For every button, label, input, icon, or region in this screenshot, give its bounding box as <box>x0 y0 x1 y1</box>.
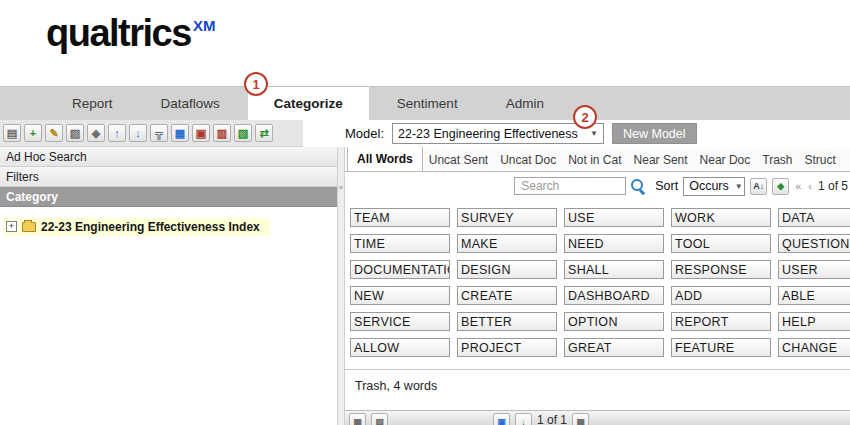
word-item[interactable]: NEW <box>350 286 450 305</box>
filters-label: Filters <box>6 170 39 184</box>
left-toolbar: ▤ + ✎ ▨ ◈ ↑ ↓ ╦ ▦ ▣ ▥ ▧ ⇄ <box>0 120 303 147</box>
word-item[interactable]: DESIGN <box>457 260 557 279</box>
bottom-page-indicator: 1 of 1 <box>537 413 567 425</box>
word-item[interactable]: BETTER <box>457 312 557 331</box>
word-item[interactable]: ABLE <box>778 286 850 305</box>
tab-all-words[interactable]: All Words <box>347 147 423 172</box>
nav-tab-report[interactable]: Report <box>52 87 133 120</box>
category-tree: + 22-23 Engineering Effectiveness Index <box>0 207 337 236</box>
report-icon[interactable]: ▧ <box>234 124 252 142</box>
adhoc-search-section[interactable]: Ad Hoc Search <box>0 147 337 167</box>
nav-tab-dataflows[interactable]: Dataflows <box>141 87 240 120</box>
grid-view-icon[interactable]: ▦ <box>349 413 366 425</box>
briefcase-icon[interactable]: ▣ <box>192 124 210 142</box>
model-label: Model: <box>345 126 384 141</box>
first-page-icon[interactable]: « <box>794 180 802 192</box>
save-icon[interactable]: ▤ <box>3 124 21 142</box>
word-item[interactable]: USER <box>778 260 850 279</box>
chevron-down-icon: ▼ <box>590 129 598 138</box>
word-item[interactable]: SHALL <box>564 260 664 279</box>
search-input[interactable] <box>514 177 626 195</box>
word-item[interactable]: HELP <box>778 312 850 331</box>
add-icon[interactable]: + <box>24 124 42 142</box>
folder-icon <box>22 222 36 232</box>
search-icon[interactable] <box>631 179 646 194</box>
tab-uncat-sent[interactable]: Uncat Sent <box>423 149 494 171</box>
tab-trash[interactable]: Trash <box>756 149 798 171</box>
word-item[interactable]: SURVEY <box>457 208 557 227</box>
word-item[interactable]: GREAT <box>564 338 664 357</box>
word-item[interactable]: FEATURE <box>671 338 771 357</box>
page-indicator: 1 of 5 <box>818 179 848 193</box>
word-item[interactable]: PROJECT <box>457 338 557 357</box>
logo-text: qualtrics <box>46 12 191 54</box>
download-icon[interactable]: ↓ <box>515 413 532 425</box>
word-item[interactable]: WORK <box>671 208 771 227</box>
main-nav: Report Dataflows Categorize Sentiment Ad… <box>0 86 850 120</box>
tab-struct[interactable]: Struct <box>799 149 842 171</box>
list-view-icon[interactable]: ▤ <box>371 413 388 425</box>
sort-select-value: Occurs <box>689 179 729 193</box>
filters-section[interactable]: Filters <box>0 167 337 187</box>
word-item[interactable]: TOOL <box>671 234 771 253</box>
move-up-icon[interactable]: ↑ <box>108 124 126 142</box>
sort-select[interactable]: Occurs ▼ <box>683 177 745 196</box>
hierarchy-icon[interactable]: ╦ <box>150 124 168 142</box>
status-text: Trash, 4 words <box>355 379 437 393</box>
main-panel: All Words Uncat Sent Uncat Doc Not in Ca… <box>345 147 850 425</box>
word-item[interactable]: USE <box>564 208 664 227</box>
image-icon[interactable]: ▨ <box>66 124 84 142</box>
word-item[interactable]: TEAM <box>350 208 450 227</box>
word-item[interactable]: CHANGE <box>778 338 850 357</box>
word-item[interactable]: NEED <box>564 234 664 253</box>
expand-icon[interactable]: + <box>6 221 17 232</box>
category-tree-item[interactable]: + 22-23 Engineering Effectiveness Index <box>4 218 270 236</box>
expand-all-icon[interactable]: ◆ <box>772 178 789 195</box>
word-item[interactable]: MAKE <box>457 234 557 253</box>
model-select-value: 22-23 Engineering Effectiveness <box>398 127 578 141</box>
model-select[interactable]: 22-23 Engineering Effectiveness ▼ <box>392 123 604 144</box>
tab-near-doc[interactable]: Near Doc <box>694 149 757 171</box>
model-controls: Model: 22-23 Engineering Effectiveness ▼… <box>345 120 697 147</box>
word-item[interactable]: QUESTION <box>778 234 850 253</box>
word-item[interactable]: SERVICE <box>350 312 450 331</box>
pdf-icon[interactable]: ▥ <box>213 124 231 142</box>
table-icon[interactable]: ▦ <box>171 124 189 142</box>
category-tree-label: 22-23 Engineering Effectiveness Index <box>41 220 260 234</box>
word-item[interactable]: CREATE <box>457 286 557 305</box>
move-down-icon[interactable]: ↓ <box>129 124 147 142</box>
tag-icon[interactable]: ◈ <box>87 124 105 142</box>
nav-tab-categorize[interactable]: Categorize <box>248 87 369 120</box>
qualtrics-logo: qualtricsXM <box>46 12 215 55</box>
tab-not-in-cat[interactable]: Not in Cat <box>562 149 627 171</box>
pane-splitter[interactable]: « <box>337 147 345 425</box>
word-item[interactable]: OPTION <box>564 312 664 331</box>
word-item[interactable]: DASHBOARD <box>564 286 664 305</box>
word-item[interactable]: ALLOW <box>350 338 450 357</box>
word-item[interactable]: REPORT <box>671 312 771 331</box>
controls-row: Sort Occurs ▼ A↓ ◆ « ‹ 1 of 5 <box>345 172 850 200</box>
tab-uncat-doc[interactable]: Uncat Doc <box>494 149 562 171</box>
refresh-icon[interactable]: ⇄ <box>255 124 273 142</box>
word-item[interactable]: DATA <box>778 208 850 227</box>
tab-near-sent[interactable]: Near Sent <box>628 149 694 171</box>
trash-icon[interactable]: ▣ <box>493 413 510 425</box>
category-header: Category <box>0 187 337 207</box>
prev-page-icon[interactable]: ‹ <box>807 180 813 192</box>
word-item[interactable]: RESPONSE <box>671 260 771 279</box>
compose-icon[interactable]: ✎ <box>45 124 63 142</box>
nav-tab-admin[interactable]: Admin <box>486 87 564 120</box>
logo-xm-mark: XM <box>193 17 216 34</box>
chevron-down-icon: ▼ <box>735 182 743 191</box>
word-item[interactable]: DOCUMENTATION <box>350 260 450 279</box>
sort-az-icon[interactable]: A↓ <box>750 178 767 195</box>
annotation-circle-2: 2 <box>573 105 597 129</box>
status-area: Trash, 4 words <box>345 369 850 402</box>
collapse-pane-icon[interactable]: « <box>338 183 344 192</box>
settings-icon[interactable]: ▦ <box>572 413 589 425</box>
nav-tab-sentiment[interactable]: Sentiment <box>377 87 478 120</box>
new-model-button[interactable]: New Model <box>612 123 697 144</box>
word-item[interactable]: ADD <box>671 286 771 305</box>
word-item[interactable]: TIME <box>350 234 450 253</box>
bottom-toolbar: ▦ ▤ ▣ ↓ 1 of 1 ▦ <box>345 410 850 425</box>
